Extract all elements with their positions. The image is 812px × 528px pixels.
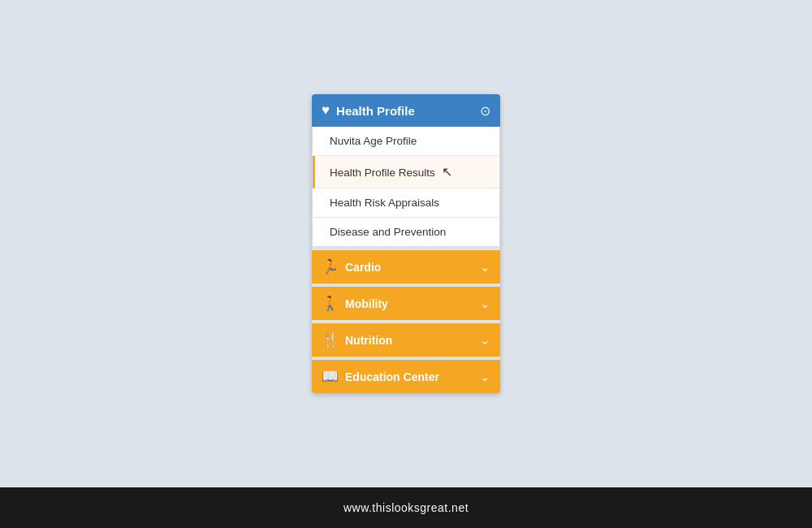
nutrition-title: Nutrition: [345, 334, 392, 347]
main-content: ♥ Health Profile ⊙ Nuvita Age Profile He…: [0, 0, 812, 487]
mobility-header[interactable]: 🚶 Mobility ⌄: [312, 287, 500, 320]
header-left: ♥ Health Profile: [322, 102, 415, 119]
cursor-indicator: ↖: [442, 164, 452, 180]
cardio-header[interactable]: 🏃 Cardio ⌄: [312, 250, 500, 283]
cardio-icon: 🏃: [322, 258, 339, 275]
health-profile-chevron-icon: ⊙: [480, 103, 490, 119]
health-profile-title: Health Profile: [336, 104, 415, 118]
disease-prevention-item[interactable]: Disease and Prevention: [313, 218, 499, 246]
nutrition-header[interactable]: 🍴 Nutrition ⌄: [312, 323, 500, 357]
education-chevron-icon: ⌄: [480, 370, 490, 384]
mobility-icon: 🚶: [322, 295, 339, 312]
education-title: Education Center: [345, 370, 439, 383]
education-icon: 📖: [322, 368, 339, 385]
heart-icon: ♥: [322, 102, 330, 119]
nutrition-icon: 🍴: [322, 331, 339, 348]
health-risk-item[interactable]: Health Risk Appraisals: [313, 188, 499, 218]
menu-container: ♥ Health Profile ⊙ Nuvita Age Profile He…: [312, 94, 500, 393]
footer-text: www.thislooksgreat.net: [343, 501, 469, 514]
cardio-chevron-icon: ⌄: [480, 260, 490, 275]
education-header[interactable]: 📖 Education Center ⌄: [312, 360, 500, 393]
cardio-title: Cardio: [345, 261, 381, 274]
nuvita-age-item[interactable]: Nuvita Age Profile: [313, 127, 499, 156]
health-profile-results-item[interactable]: Health Profile Results ↖: [313, 156, 499, 188]
nutrition-chevron-icon: ⌄: [480, 333, 490, 348]
orange-sections: 🏃 Cardio ⌄ 🚶 Mobility ⌄ 🍴 Nutrition ⌄: [312, 249, 500, 393]
health-profile-header[interactable]: ♥ Health Profile ⊙: [312, 94, 500, 127]
mobility-title: Mobility: [345, 297, 388, 310]
mobility-chevron-icon: ⌄: [480, 296, 490, 311]
health-profile-submenu: Nuvita Age Profile Health Profile Result…: [312, 127, 500, 247]
footer: www.thislooksgreat.net: [0, 487, 812, 528]
